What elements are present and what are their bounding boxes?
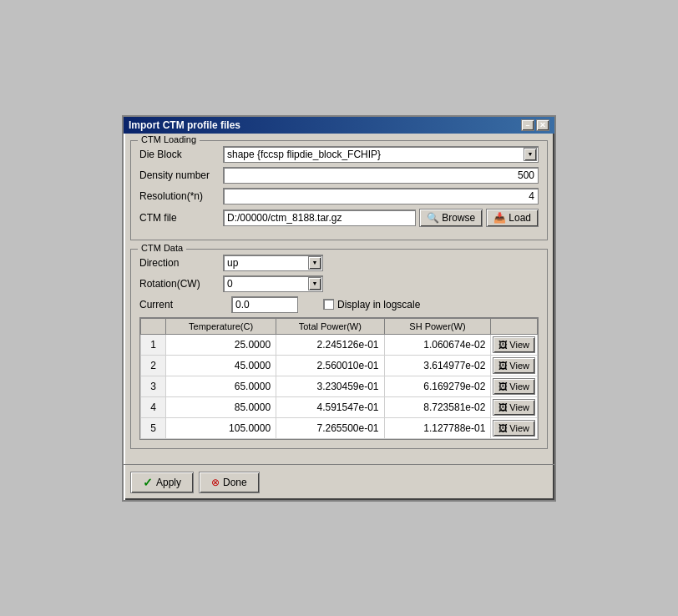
cell-view: 🖼 View	[491, 376, 538, 396]
die-block-row: Die Block shape {fccsp flipdie_block_FCH…	[139, 146, 539, 163]
cell-num: 2	[141, 355, 166, 376]
direction-label: Direction	[139, 257, 223, 269]
direction-select[interactable]: up down left right	[223, 255, 323, 271]
table-row: 2 45.0000 2.560010e-01 3.614977e-02 🖼 Vi…	[141, 355, 538, 376]
die-block-select[interactable]: shape {fccsp flipdie_block_FCHIP}	[223, 146, 539, 163]
col-num-header	[141, 318, 166, 334]
ctm-data-label: CTM Data	[138, 243, 186, 253]
window-body: CTM Loading Die Block shape {fccsp flipd…	[124, 134, 554, 464]
ctm-file-controls: 🔍 Browse 📥 Load	[223, 209, 539, 227]
logscale-label: Display in logscale	[337, 299, 420, 311]
load-label: Load	[508, 212, 531, 224]
close-button[interactable]: ✕	[536, 119, 549, 131]
die-block-select-wrapper: shape {fccsp flipdie_block_FCHIP} ▼	[223, 146, 539, 163]
view-button[interactable]: 🖼 View	[493, 357, 535, 374]
view-icon: 🖼	[498, 402, 508, 412]
ctm-file-input[interactable]	[223, 210, 416, 226]
cell-sh-power: 1.127788e-01	[384, 417, 491, 438]
resolution-label: Resolution(*n)	[139, 190, 223, 202]
apply-icon: ✓	[143, 476, 153, 489]
done-button[interactable]: ⊗ Done	[199, 472, 260, 493]
view-icon: 🖼	[498, 361, 508, 371]
resolution-row: Resolution(*n)	[139, 188, 539, 204]
cell-num: 4	[141, 396, 166, 417]
logscale-checkbox[interactable]	[323, 299, 334, 310]
cell-view: 🖼 View	[491, 355, 538, 376]
cell-sh-power: 1.060674e-02	[384, 334, 491, 355]
cell-num: 3	[141, 376, 166, 396]
density-row: Density number	[139, 167, 539, 184]
col-view-header	[491, 318, 538, 334]
view-icon: 🖼	[498, 423, 508, 433]
cell-view: 🖼 View	[491, 417, 538, 438]
view-button[interactable]: 🖼 View	[493, 399, 535, 416]
cell-total-power: 2.560010e-01	[276, 355, 384, 376]
current-row: Current Display in logscale	[139, 296, 539, 313]
view-button[interactable]: 🖼 View	[493, 420, 535, 437]
footer: ✓ Apply ⊗ Done	[124, 464, 554, 500]
minimize-button[interactable]: –	[521, 119, 534, 131]
cell-view: 🖼 View	[491, 334, 538, 355]
density-label: Density number	[139, 169, 223, 181]
cell-temp: 65.0000	[166, 376, 276, 396]
cell-total-power: 2.245126e-01	[276, 334, 384, 355]
cell-sh-power: 3.614977e-02	[384, 355, 491, 376]
apply-button[interactable]: ✓ Apply	[130, 472, 194, 493]
col-total-power-header: Total Power(W)	[276, 318, 384, 334]
ctm-loading-label: CTM Loading	[138, 134, 200, 144]
die-block-label: Die Block	[139, 149, 223, 160]
table-row: 5 105.0000 7.265500e-01 1.127788e-01 🖼 V…	[141, 417, 538, 438]
current-label: Current	[139, 299, 223, 311]
density-input[interactable]	[223, 167, 539, 184]
col-temp-header: Temperature(C)	[166, 318, 276, 334]
resolution-input[interactable]	[223, 188, 539, 204]
rotation-row: Rotation(CW) 0 90 180 270 ▼	[139, 275, 539, 292]
ctm-file-row: CTM file 🔍 Browse 📥 Load	[139, 209, 539, 227]
cell-sh-power: 6.169279e-02	[384, 376, 491, 396]
table-row: 4 85.0000 4.591547e-01 8.723581e-02 🖼 Vi…	[141, 396, 538, 417]
col-sh-power-header: SH Power(W)	[384, 318, 491, 334]
logscale-checkbox-label[interactable]: Display in logscale	[323, 299, 420, 311]
title-bar-buttons: – ✕	[521, 119, 549, 131]
view-label: View	[509, 361, 529, 371]
cell-temp: 45.0000	[166, 355, 276, 376]
load-icon: 📥	[493, 212, 506, 224]
apply-label: Apply	[156, 477, 181, 488]
cell-sh-power: 8.723581e-02	[384, 396, 491, 417]
rotation-select[interactable]: 0 90 180 270	[223, 275, 323, 292]
cell-view: 🖼 View	[491, 396, 538, 417]
cell-temp: 25.0000	[166, 334, 276, 355]
load-button[interactable]: 📥 Load	[486, 209, 539, 227]
title-bar: Import CTM profile files – ✕	[124, 117, 554, 134]
view-label: View	[509, 381, 529, 391]
table-header-row: Temperature(C) Total Power(W) SH Power(W…	[141, 318, 538, 334]
data-table-container[interactable]: Temperature(C) Total Power(W) SH Power(W…	[139, 317, 539, 440]
table-body: 1 25.0000 2.245126e-01 1.060674e-02 🖼 Vi…	[141, 334, 538, 438]
cell-num: 1	[141, 334, 166, 355]
view-button[interactable]: 🖼 View	[493, 336, 535, 353]
view-icon: 🖼	[498, 340, 508, 350]
done-icon: ⊗	[211, 477, 220, 488]
cell-num: 5	[141, 417, 166, 438]
ctm-loading-group: CTM Loading Die Block shape {fccsp flipd…	[130, 140, 548, 240]
view-label: View	[509, 423, 529, 433]
browse-label: Browse	[442, 212, 475, 224]
cell-temp: 105.0000	[166, 417, 276, 438]
rotation-label: Rotation(CW)	[139, 278, 223, 290]
current-input[interactable]	[231, 296, 298, 313]
cell-total-power: 4.591547e-01	[276, 396, 384, 417]
done-label: Done	[223, 477, 247, 488]
direction-row: Direction up down left right ▼	[139, 255, 539, 271]
view-button[interactable]: 🖼 View	[493, 378, 535, 395]
table-row: 3 65.0000 3.230459e-01 6.169279e-02 🖼 Vi…	[141, 376, 538, 396]
rotation-select-wrapper: 0 90 180 270 ▼	[223, 275, 323, 292]
view-label: View	[509, 402, 529, 412]
direction-select-wrapper: up down left right ▼	[223, 255, 323, 271]
browse-button[interactable]: 🔍 Browse	[419, 209, 483, 227]
browse-icon: 🔍	[427, 212, 439, 224]
main-window: Import CTM profile files – ✕ CTM Loading…	[122, 115, 556, 502]
ctm-file-label: CTM file	[139, 212, 223, 224]
window-title: Import CTM profile files	[129, 119, 240, 131]
cell-total-power: 3.230459e-01	[276, 376, 384, 396]
view-icon: 🖼	[498, 381, 508, 391]
